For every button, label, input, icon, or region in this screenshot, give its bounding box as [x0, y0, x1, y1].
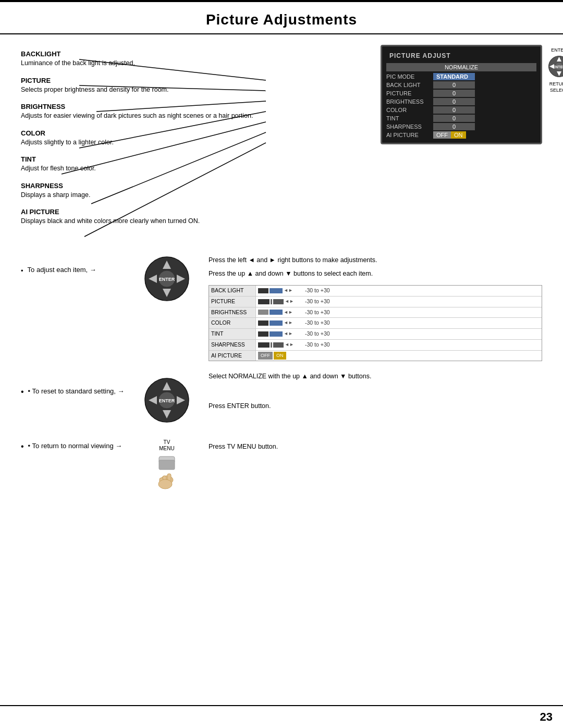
ai-picture-title: AI PICTURE — [21, 208, 370, 216]
reset-note-area: • • To reset to standard setting, → — [21, 372, 125, 397]
return-note-area: • • To return to normal viewing → — [21, 434, 125, 451]
adj-brightness-label: BRIGHTNESS — [209, 307, 256, 318]
reset-dpad-icon: ENTER — [143, 377, 190, 424]
adj-row-ai: AI PICTURE OFF ON — [209, 351, 542, 361]
press-ud-text: Press the up ▲ and down ▼ buttons to sel… — [209, 269, 542, 279]
adj-ai-range — [303, 354, 307, 356]
adj-table: BACK LIGHT ◄► -30 to +30 PICTURE ◄► — [209, 285, 542, 361]
adj-row-tint: TINT ◄► -30 to +30 — [209, 329, 542, 340]
ai-screen-label: AI PICTURE — [386, 132, 433, 138]
adj-backlight-label: BACK LIGHT — [209, 286, 256, 296]
tv-screen: PICTURE ADJUST NORMALIZE PIC MODE STANDA… — [381, 45, 542, 144]
label-ai-picture: AI PICTURE Displays black and white colo… — [21, 208, 370, 226]
menu-row-sharpness: SHARPNESS 0 — [386, 123, 536, 130]
main-content: BACKLIGHT Luminance of the back light is… — [0, 45, 563, 496]
picmode-label: PIC MODE — [386, 73, 433, 80]
screen-panel: PICTURE ADJUST NORMALIZE PIC MODE STANDA… — [381, 45, 542, 235]
picture-screen-label: PICTURE — [386, 90, 433, 96]
adj-sharpness-bar: ◄► — [256, 340, 303, 350]
tv-menu-icon-area: TVMENU — [136, 434, 198, 496]
backlight-desc: Luminance of the back light is adjusted. — [21, 59, 370, 68]
picmode-value: STANDARD — [433, 73, 475, 80]
ai-picture-screen-row: AI PICTURE OFF ON — [386, 131, 536, 139]
svg-text:ENTER: ENTER — [159, 398, 175, 403]
press-lr-text: Press the left ◄ and ► right buttons to … — [209, 255, 542, 265]
adj-on-btn: ON — [274, 352, 286, 360]
adj-row-sharpness: SHARPNESS ◄► -30 to +30 — [209, 340, 542, 351]
adj-tint-range: -30 to +30 — [303, 329, 332, 339]
adj-tint-bar: ◄► — [256, 329, 303, 339]
adj-brightness-range: -30 to +30 — [303, 307, 332, 318]
tint-screen-value: 0 — [433, 115, 475, 122]
top-area: BACKLIGHT Luminance of the back light is… — [21, 45, 542, 235]
ai-off-badge: OFF — [433, 131, 451, 139]
svg-point-34 — [158, 479, 172, 489]
adj-picture-range: -30 to +30 — [303, 297, 332, 307]
adj-backlight-range: -30 to +30 — [303, 286, 332, 296]
page-number: 23 — [540, 710, 553, 724]
select-label-small: SELECT — [550, 88, 563, 93]
picture-desc: Selects proper brightness and density fo… — [21, 85, 370, 95]
svg-text:ENTER: ENTER — [553, 65, 563, 69]
adj-row-backlight: BACK LIGHT ◄► -30 to +30 — [209, 286, 542, 297]
backlight-title: BACKLIGHT — [21, 50, 370, 58]
label-color: COLOR Adjusts slightly to a lighter colo… — [21, 129, 370, 147]
select-normalize-text: Select NORMALIZE with the up ▲ and down … — [209, 372, 542, 381]
labels-column: BACKLIGHT Luminance of the back light is… — [21, 45, 370, 235]
dpad-controller: ENTER — [136, 250, 198, 302]
top-section: BACKLIGHT Luminance of the back light is… — [21, 45, 542, 235]
adj-color-bar: ◄► — [256, 318, 303, 328]
small-dpad-icon: ENTER — [547, 55, 563, 78]
tv-menu-section: • • To return to normal viewing → TVMENU — [21, 434, 542, 496]
label-picture: PICTURE Selects proper brightness and de… — [21, 77, 370, 95]
menu-row-brightness: BRIGHTNESS 0 — [386, 98, 536, 105]
tv-menu-label: TVMENU — [159, 439, 174, 452]
sharpness-desc: Displays a sharp image. — [21, 191, 370, 200]
menu-row-picmode: PIC MODE STANDARD — [386, 73, 536, 80]
adj-picture-bar: ◄► — [256, 297, 303, 306]
brightness-screen-value: 0 — [433, 98, 475, 105]
tv-menu-hand-icon — [151, 454, 182, 496]
color-screen-value: 0 — [433, 106, 475, 114]
press-tv-menu-text: Press TV MENU button. — [209, 442, 542, 452]
brightness-screen-label: BRIGHTNESS — [386, 98, 433, 105]
bottom-section: 23 — [0, 705, 563, 728]
adj-row-picture: PICTURE ◄► -30 to +30 — [209, 297, 542, 307]
label-brightness: BRIGHTNESS Adjusts for easier viewing of… — [21, 103, 370, 121]
label-sharpness: SHARPNESS Displays a sharp image. — [21, 182, 370, 200]
adj-color-range: -30 to +30 — [303, 318, 332, 328]
backlight-screen-value: 0 — [433, 81, 475, 89]
reset-dpad: ENTER — [136, 372, 198, 424]
adjust-note: • To adjust each item, → — [21, 250, 125, 275]
adj-sharpness-range: -30 to +30 — [303, 340, 332, 350]
adj-row-brightness: BRIGHTNESS ◄► -30 to +30 — [209, 307, 542, 318]
ai-picture-desc: Displays black and white colors more cle… — [21, 217, 370, 226]
adj-color-label: COLOR — [209, 318, 256, 328]
bullet-dot-3: • — [21, 442, 24, 451]
sharpness-screen-label: SHARPNESS — [386, 124, 433, 130]
menu-row-picture: PICTURE 0 — [386, 90, 536, 97]
tint-desc: Adjust for flesh tone color. — [21, 164, 370, 174]
adj-off-btn: OFF — [258, 352, 273, 360]
sharpness-screen-value: 0 — [433, 123, 475, 130]
page-title: Picture Adjustments — [0, 11, 563, 28]
menu-row-tint: TINT 0 — [386, 115, 536, 122]
page-title-bar: Picture Adjustments — [0, 2, 563, 34]
return-note-text: • To return to normal viewing → — [28, 442, 123, 450]
enter-label-small: ENTER — [551, 47, 563, 53]
menu-row-backlight: BACK LIGHT 0 — [386, 81, 536, 89]
return-instructions: Press TV MENU button. — [209, 434, 542, 452]
svg-rect-29 — [159, 460, 175, 470]
brightness-desc: Adjusts for easier viewing of dark pictu… — [21, 112, 370, 121]
tint-title: TINT — [21, 155, 370, 163]
adj-sharpness-label: SHARPNESS — [209, 340, 256, 350]
adj-ai-label: AI PICTURE — [209, 351, 256, 361]
tint-screen-label: TINT — [386, 115, 433, 121]
brightness-title: BRIGHTNESS — [21, 103, 370, 110]
adj-brightness-bar: ◄► — [256, 308, 303, 317]
label-tint: TINT Adjust for flesh tone color. — [21, 155, 370, 174]
return-label-small: RETURN — [549, 81, 563, 87]
reset-note-text: • To reset to standard setting, → — [28, 387, 125, 395]
bullet-dot-2: • — [21, 387, 24, 397]
adj-ai-controls: OFF ON — [256, 351, 303, 361]
